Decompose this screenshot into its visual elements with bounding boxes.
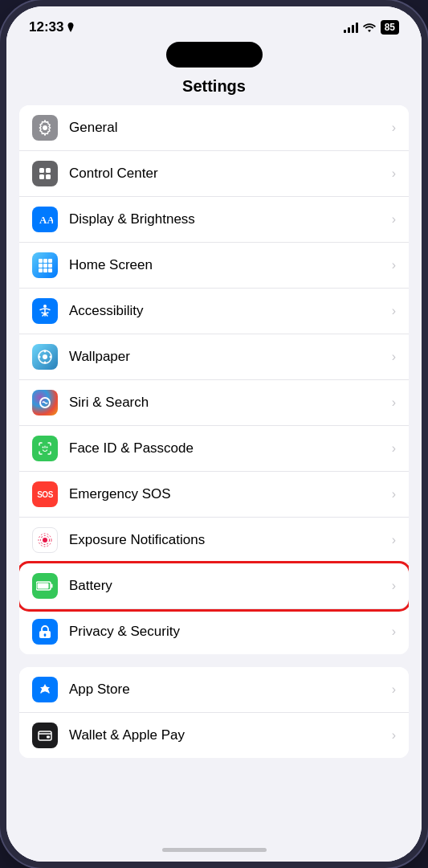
svg-rect-29 [38,583,49,589]
settings-row-wallet[interactable]: Wallet & Apple Pay › [19,713,409,758]
settings-content[interactable]: General › Control Center › [6,105,422,837]
screen: 12:33 85 [6,6,422,862]
silent-button[interactable] [0,87,3,117]
svg-point-18 [44,362,47,364]
siri-icon [32,390,58,416]
settings-row-siri[interactable]: Siri & Search › [19,380,409,426]
dynamic-island [166,42,263,68]
exposure-chevron: › [392,533,396,547]
settings-row-control-center[interactable]: Control Center › [19,151,409,197]
accessibility-icon [32,298,58,324]
faceid-label: Face ID & Passcode [69,440,392,457]
svg-rect-7 [48,259,52,263]
svg-rect-3 [46,174,51,179]
privacy-icon [32,619,58,645]
appstore-icon [32,677,58,702]
emergency-chevron: › [392,487,396,502]
general-label: General [69,120,392,136]
wallpaper-chevron: › [392,350,396,364]
svg-rect-32 [39,731,51,740]
emergency-label: Emergency SOS [69,486,392,502]
home-screen-label: Home Screen [69,257,392,273]
settings-row-general[interactable]: General › [19,105,409,151]
status-icons: 85 [344,20,399,35]
svg-point-14 [43,305,47,308]
appstore-chevron: › [392,682,396,697]
wallet-chevron: › [392,728,396,743]
svg-rect-11 [39,268,43,272]
display-label: Display & Brightness [69,211,392,227]
wifi-icon [363,23,376,32]
svg-point-17 [44,350,47,353]
svg-point-19 [39,356,41,358]
wallet-label: Wallet & Apple Pay [69,727,392,743]
settings-row-exposure[interactable]: Exposure Notifications › [19,518,409,563]
privacy-label: Privacy & Security [69,624,392,640]
siri-label: Siri & Search [69,395,392,411]
volume-down-button[interactable] [0,191,3,235]
phone-frame: 12:33 85 [0,0,428,868]
settings-row-wallpaper[interactable]: Wallpaper › [19,334,409,380]
display-icon: AA [32,207,58,232]
wallpaper-icon [32,344,58,370]
siri-chevron: › [392,395,396,410]
volume-up-button[interactable] [0,135,3,179]
control-center-chevron: › [392,166,396,181]
svg-rect-28 [51,584,53,588]
faceid-chevron: › [392,441,396,456]
wallet-icon [32,723,58,748]
accessibility-chevron: › [392,304,396,318]
svg-rect-13 [48,268,52,272]
battery-indicator: 85 [381,20,399,35]
status-bar: 12:33 85 [6,6,422,42]
exposure-label: Exposure Notifications [69,532,392,548]
page-title: Settings [6,74,422,105]
home-screen-icon [32,252,58,278]
svg-rect-9 [43,264,47,268]
settings-row-privacy[interactable]: Privacy & Security › [19,609,409,654]
svg-text:AA: AA [39,214,53,226]
settings-row-home-screen[interactable]: Home Screen › [19,243,409,289]
svg-point-22 [43,447,44,448]
svg-rect-5 [39,259,43,263]
settings-row-emergency[interactable]: SOS Emergency SOS › [19,472,409,518]
svg-point-24 [43,538,47,542]
general-chevron: › [392,121,396,135]
display-chevron: › [392,212,396,227]
settings-group-system: General › Control Center › [19,105,409,654]
svg-rect-10 [48,264,52,268]
privacy-chevron: › [392,624,396,639]
control-center-label: Control Center [69,166,392,182]
settings-row-battery[interactable]: Battery › [19,563,409,609]
svg-rect-0 [39,168,44,173]
svg-point-20 [50,356,52,358]
settings-row-display[interactable]: AA Display & Brightness › [19,197,409,243]
svg-rect-2 [39,174,44,179]
battery-icon [32,573,58,599]
appstore-label: App Store [69,682,392,698]
svg-rect-33 [47,736,50,739]
accessibility-label: Accessibility [69,303,392,319]
svg-point-16 [43,354,47,359]
location-icon [67,23,75,32]
battery-label: Battery [69,578,392,594]
settings-row-appstore[interactable]: App Store › [19,667,409,713]
general-icon [32,115,58,141]
home-bar [162,848,267,852]
status-time: 12:33 [29,19,75,35]
svg-rect-8 [39,264,43,268]
signal-icon [344,22,358,33]
svg-point-23 [47,447,48,448]
svg-rect-12 [43,268,47,272]
svg-rect-6 [43,259,47,263]
wallpaper-label: Wallpaper [69,349,392,365]
emergency-icon: SOS [32,481,58,507]
exposure-icon [32,527,58,553]
home-screen-chevron: › [392,258,396,272]
settings-group-apps: App Store › Wallet & Apple Pay › [19,667,409,758]
home-indicator [6,837,422,862]
settings-row-accessibility[interactable]: Accessibility › [19,289,409,334]
control-center-icon [32,161,58,186]
settings-row-faceid[interactable]: Face ID & Passcode › [19,426,409,472]
faceid-icon [32,436,58,461]
